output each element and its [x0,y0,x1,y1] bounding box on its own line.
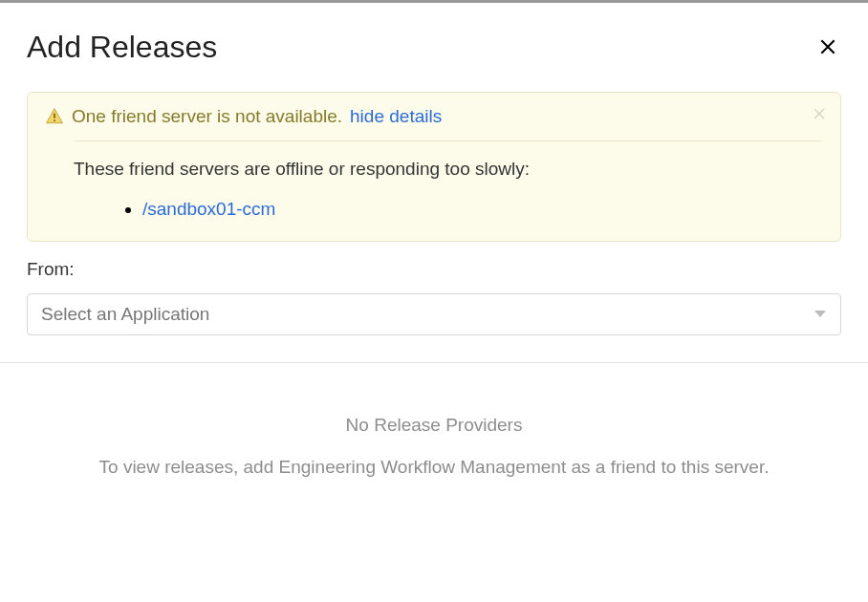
dialog-title: Add Releases [27,30,217,65]
empty-state: No Release Providers To view releases, a… [27,363,841,478]
warning-icon [45,107,64,126]
warning-details-text: These friend servers are offline or resp… [74,159,823,180]
chevron-down-icon [814,306,827,323]
hide-details-link[interactable]: hide details [350,106,442,127]
close-icon [818,43,837,59]
offline-server-list: /sandbox01-ccm [142,199,823,220]
list-item: /sandbox01-ccm [142,199,823,220]
close-button[interactable] [814,33,841,64]
warning-header: One friend server is not available. hide… [45,106,823,127]
warning-message: One friend server is not available. [72,106,342,127]
empty-state-title: No Release Providers [46,415,822,436]
svg-rect-0 [54,114,55,118]
dialog-header: Add Releases [27,30,841,65]
add-releases-dialog: Add Releases One friend server is not av… [0,3,868,478]
from-label: From: [27,259,841,280]
select-placeholder: Select an Application [41,304,209,325]
empty-state-description: To view releases, add Engineering Workfl… [46,457,822,478]
warning-banner: One friend server is not available. hide… [27,92,841,242]
server-link[interactable]: /sandbox01-ccm [142,199,275,219]
warning-details: These friend servers are offline or resp… [74,140,823,220]
dismiss-icon [812,108,827,124]
application-select[interactable]: Select an Application [27,293,841,335]
dismiss-warning-button[interactable] [812,106,827,125]
svg-rect-1 [54,119,55,121]
